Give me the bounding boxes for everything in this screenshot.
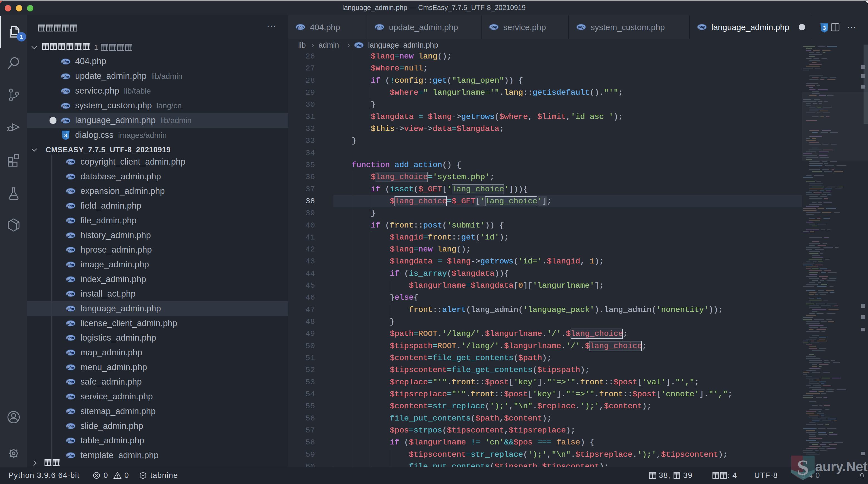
svg-text:php: php bbox=[67, 395, 74, 399]
svg-text:php: php bbox=[490, 25, 497, 29]
svg-text:php: php bbox=[62, 119, 69, 123]
svg-text:php: php bbox=[67, 248, 74, 252]
svg-text:php: php bbox=[67, 336, 74, 340]
svg-text:php: php bbox=[297, 25, 304, 29]
svg-text:php: php bbox=[67, 307, 74, 311]
svg-text:php: php bbox=[62, 89, 69, 93]
svg-text:php: php bbox=[67, 219, 74, 223]
svg-text:php: php bbox=[67, 277, 74, 282]
svg-text:S: S bbox=[797, 455, 809, 480]
svg-text:php: php bbox=[67, 380, 74, 384]
svg-text:php: php bbox=[578, 25, 585, 29]
svg-text:php: php bbox=[376, 25, 383, 29]
svg-text:php: php bbox=[67, 175, 74, 179]
svg-text:php: php bbox=[698, 25, 705, 29]
svg-text:php: php bbox=[67, 351, 74, 355]
svg-text:php: php bbox=[67, 424, 74, 428]
svg-text:php: php bbox=[67, 409, 74, 414]
svg-text:php: php bbox=[67, 321, 74, 325]
svg-text:php: php bbox=[67, 453, 74, 458]
svg-text:php: php bbox=[62, 104, 69, 108]
svg-text:php: php bbox=[67, 292, 74, 296]
svg-text:php: php bbox=[67, 189, 74, 193]
svg-text:php: php bbox=[67, 438, 74, 443]
svg-text:php: php bbox=[67, 233, 74, 237]
svg-text:3: 3 bbox=[64, 133, 67, 138]
svg-text:3: 3 bbox=[823, 25, 826, 31]
svg-text:php: php bbox=[355, 43, 362, 47]
svg-text:php: php bbox=[62, 74, 69, 79]
svg-text:php: php bbox=[62, 60, 69, 64]
svg-text:php: php bbox=[67, 160, 74, 164]
svg-text:php: php bbox=[67, 263, 74, 267]
svg-text:php: php bbox=[67, 365, 74, 370]
svg-text:php: php bbox=[67, 204, 74, 208]
